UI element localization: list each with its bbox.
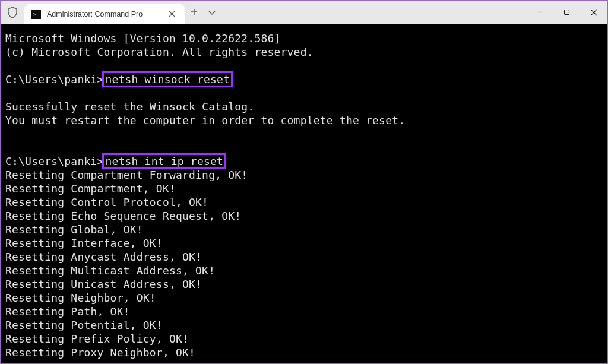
svg-rect-0 — [564, 10, 569, 15]
tab-dropdown-button[interactable] — [208, 8, 216, 17]
output-line: Resetting Path, OK! — [5, 305, 130, 318]
new-tab-button[interactable] — [191, 8, 198, 17]
window-controls — [525, 1, 607, 24]
close-window-button[interactable] — [580, 1, 607, 24]
command-highlight: netsh winsock reset — [102, 71, 233, 87]
output-line: Resetting Neighbor, OK! — [5, 292, 156, 304]
close-tab-button[interactable] — [166, 8, 178, 20]
output-line: You must restart the computer in order t… — [5, 114, 405, 126]
cmd-icon: >_ — [31, 10, 41, 19]
shield-icon — [1, 7, 24, 18]
output-line: Resetting Echo Sequence Request, OK! — [5, 210, 241, 222]
tab[interactable]: >_ Administrator: Command Pro — [24, 4, 185, 24]
output-line: Resetting Control Protocol, OK! — [5, 196, 208, 208]
output-line: Resetting Compartment, OK! — [5, 182, 176, 195]
minimize-button[interactable] — [525, 1, 553, 24]
output-line: Resetting Unicast Address, OK! — [5, 278, 202, 290]
prompt-path: C:\Users\panki — [5, 155, 97, 167]
tab-title: Administrator: Command Pro — [47, 10, 160, 18]
terminal-output[interactable]: Microsoft Windows [Version 10.0.22622.58… — [1, 24, 607, 363]
header-line: (c) Microsoft Corporation. All rights re… — [5, 46, 314, 58]
prompt-path: C:\Users\panki — [5, 73, 97, 86]
output-line: Resetting Global, OK! — [5, 223, 143, 236]
output-line: Resetting Multicast Address, OK! — [5, 264, 215, 277]
output-line: Resetting Compartment Forwarding, OK! — [5, 169, 248, 181]
header-line: Microsoft Windows [Version 10.0.22622.58… — [5, 32, 281, 45]
titlebar: >_ Administrator: Command Pro — [1, 1, 607, 24]
output-line: Resetting Anycast Address, OK! — [5, 251, 202, 263]
output-line: Sucessfully reset the Winsock Catalog. — [5, 100, 254, 113]
output-line: Resetting Prefix Policy, OK! — [5, 333, 189, 345]
output-line: Resetting Interface, OK! — [5, 237, 163, 249]
maximize-button[interactable] — [553, 1, 580, 24]
output-line: Resetting Potential, OK! — [5, 319, 163, 331]
tab-actions — [185, 8, 216, 17]
command-highlight: netsh int ip reset — [102, 153, 226, 169]
output-line: Resetting Proxy Neighbor, OK! — [5, 346, 195, 359]
